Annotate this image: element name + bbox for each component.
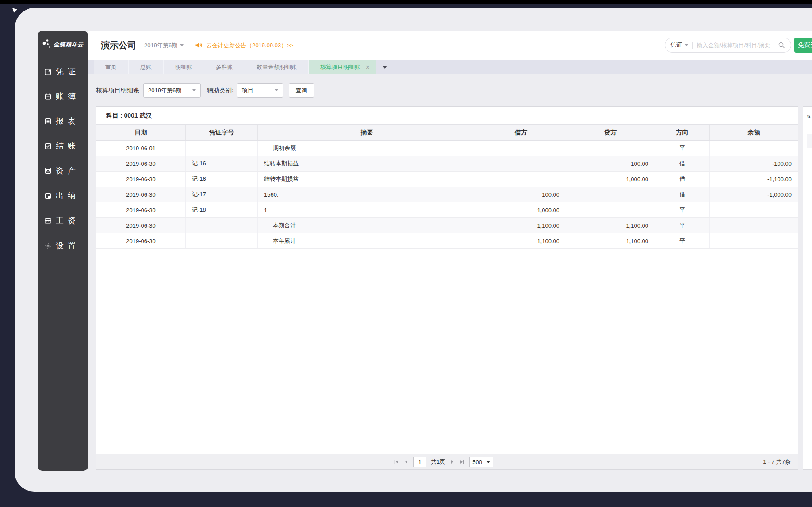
announcement-speaker-icon (195, 42, 203, 49)
table-row[interactable]: 2019-06-30 记-18 1 1,000.00 平 (96, 202, 798, 218)
chevron-down-icon (180, 44, 184, 46)
cell-summary: 期初余额 (258, 141, 476, 156)
search-category-label: 凭证 (670, 41, 682, 49)
gear-icon (44, 242, 52, 250)
col-header-credit: 贷方 (566, 125, 655, 140)
table-row[interactable]: 2019-06-30 记-17 1560. 100.00 借 -1,000.00 (96, 187, 798, 202)
filter-title: 核算项目明细账 (96, 87, 139, 95)
page-size-select[interactable]: 500 (469, 457, 493, 467)
page-size-value: 500 (472, 459, 482, 465)
period-select[interactable]: 2019年第6期 (143, 83, 201, 98)
cell-direction: 平 (655, 233, 710, 248)
sidebar-item-assets[interactable]: 资产 (38, 164, 88, 177)
cell-voucher: 记-17 (186, 187, 258, 202)
col-header-balance: 余额 (710, 125, 798, 140)
cell-credit (566, 187, 655, 202)
page-number-input[interactable] (413, 457, 426, 467)
search-category-dropdown[interactable]: 凭证 (670, 41, 688, 49)
table-row[interactable]: 2019-06-30 本期合计 1,100.00 1,100.00 平 (96, 218, 798, 233)
first-page-button[interactable] (394, 459, 399, 465)
pagination-bar: 共1页 500 1 - 7 共7条 (96, 454, 798, 469)
sidebar: 金蝶精斗云 凭证 账簿 报表 结账 (38, 31, 88, 471)
cell-debit: 1,100.00 (476, 233, 566, 248)
filter-bar: 核算项目明细账 2019年第6期 辅助类别: 项目 查询 (96, 83, 314, 98)
tab-aux-item-detail-active[interactable]: 核算项目明细账 × (309, 60, 376, 74)
search-icon[interactable] (778, 42, 785, 49)
chevron-down-icon (383, 66, 387, 69)
period-selector[interactable]: 2019年第6期 (144, 42, 184, 50)
chevron-down-icon (192, 89, 196, 91)
cell-credit: 1,100.00 (566, 233, 655, 248)
active-tab-label: 核算项目明细账 (320, 63, 360, 71)
tab-list-dropdown[interactable] (376, 60, 393, 74)
cell-debit (476, 156, 566, 171)
last-page-button[interactable] (460, 459, 465, 465)
cell-direction: 平 (655, 141, 710, 156)
cell-summary: 1560. (258, 187, 476, 202)
tab-detail-ledger[interactable]: 明细账 (164, 60, 204, 74)
tab-multi-column[interactable]: 多栏账 (204, 60, 245, 74)
cell-summary: 结转本期损益 (258, 156, 476, 171)
voucher-icon (44, 68, 52, 76)
tab-home[interactable]: 首页 (94, 60, 129, 74)
table-row[interactable]: 2019-06-30 本年累计 1,100.00 1,100.00 平 (96, 233, 798, 249)
period-select-value: 2019年第6期 (148, 87, 181, 95)
divider (692, 42, 693, 49)
cell-date: 2019-06-01 (96, 141, 186, 156)
sidebar-item-label: 结账 (56, 141, 80, 151)
cell-date: 2019-06-30 (96, 172, 186, 187)
table-row[interactable]: 2019-06-01 期初余额 平 (96, 141, 798, 156)
prev-page-button[interactable] (403, 459, 409, 465)
cell-balance: -100.00 (710, 156, 798, 171)
cell-voucher (186, 233, 258, 248)
sidebar-item-reports[interactable]: 报表 (38, 115, 88, 127)
tab-general-ledger[interactable]: 总账 (129, 60, 164, 74)
aux-category-select[interactable]: 项目 (237, 83, 283, 98)
sidebar-item-label: 报表 (56, 116, 80, 126)
col-header-voucher: 凭证字号 (186, 125, 258, 140)
sidebar-item-books[interactable]: 账簿 (38, 90, 88, 103)
sidebar-item-cashier[interactable]: 出纳 (38, 190, 88, 202)
sidebar-item-settings[interactable]: 设置 (38, 240, 88, 252)
next-page-button[interactable] (450, 459, 455, 465)
company-name: 演示公司 (101, 39, 136, 51)
col-header-direction: 方向 (655, 125, 710, 140)
aux-category-label: 辅助类别: (207, 87, 234, 95)
cell-direction: 借 (655, 187, 710, 202)
subject-title: 科目 : 0001 武汉 (96, 107, 798, 124)
table-row[interactable]: 2019-06-30 记-16 结转本期损益 1,000.00 借 -1,100… (96, 172, 798, 187)
sidebar-item-voucher[interactable]: 凭证 (38, 65, 88, 78)
asset-icon (44, 167, 52, 175)
search-input[interactable] (697, 42, 778, 49)
cell-debit: 1,000.00 (476, 202, 566, 217)
tab-close-icon[interactable]: × (366, 63, 370, 71)
upgrade-button[interactable]: 免费升级 (794, 38, 812, 53)
tab-bar: 首页 总账 明细账 多栏账 数量金额明细账 核算项目明细账 × (88, 60, 812, 74)
cell-date: 2019-06-30 (96, 187, 186, 202)
sidebar-item-label: 工资 (56, 215, 80, 226)
cell-date: 2019-06-30 (96, 233, 186, 248)
table-row[interactable]: 2019-06-30 记-16 结转本期损益 100.00 借 -100.00 (96, 156, 798, 172)
cell-summary: 本年累计 (258, 233, 476, 248)
sidebar-item-closing[interactable]: 结账 (38, 140, 88, 152)
payroll-card-icon (44, 217, 52, 225)
cell-debit (476, 141, 566, 156)
cell-voucher: 记-16 (186, 156, 258, 171)
cashbox-icon (44, 192, 52, 200)
cell-debit (476, 172, 566, 187)
cell-debit: 100.00 (476, 187, 566, 202)
announcement-link[interactable]: 云会计更新公告（2019.09.03）>> (206, 42, 293, 50)
record-range-label: 1 - 7 共7条 (763, 454, 791, 470)
cell-date: 2019-06-30 (96, 156, 186, 171)
tab-qty-amount-detail[interactable]: 数量金额明细账 (245, 60, 309, 74)
check-square-icon (44, 142, 52, 150)
query-button[interactable]: 查询 (289, 83, 314, 98)
cell-balance (710, 202, 798, 217)
sidebar-item-payroll[interactable]: 工资 (38, 214, 88, 227)
panel-placeholder (808, 156, 812, 191)
period-label: 2019年第6期 (144, 42, 177, 50)
cell-direction: 平 (655, 218, 710, 233)
expand-panel-icon[interactable]: » (807, 113, 811, 121)
cell-voucher (186, 141, 258, 156)
global-search[interactable]: 凭证 (665, 38, 791, 53)
